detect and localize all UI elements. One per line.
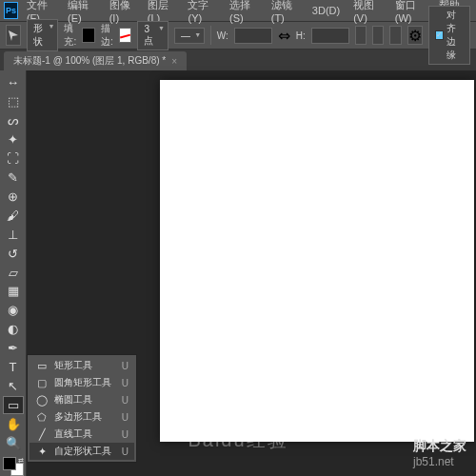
height-input[interactable] [311,28,349,44]
menubar: Ps 文件(F) 编辑(E) 图像(I) 图层(L) 文字(Y) 选择(S) 滤… [0,0,476,21]
marquee-tool[interactable]: ⬚ [3,93,24,110]
tool-mode-dropdown[interactable]: 形状 [27,19,58,51]
link-icon[interactable]: ⇔ [278,28,290,43]
path-arrange-icon[interactable] [389,26,401,45]
brush-tool[interactable]: 🖌 [3,207,24,224]
eraser-tool[interactable]: ▱ [3,264,24,281]
rectangle-icon: ▭ [35,359,49,372]
options-bar: 形状 填充: 描边: 3 点 — W: ⇔ H: ⚙ ✓ 对齐边缘 [0,21,476,50]
move-tool[interactable]: ↔ [3,74,24,91]
width-label: W: [217,30,228,41]
stamp-tool[interactable]: ⊥ [3,226,24,243]
gear-icon[interactable]: ⚙ [407,26,423,45]
close-icon[interactable]: × [171,56,177,67]
document-tabbar: 未标题-1 @ 100% (图层 1, RGB/8) * × [0,50,476,70]
flyout-polygon[interactable]: ⬠多边形工具 U [30,408,134,426]
document-tab[interactable]: 未标题-1 @ 100% (图层 1, RGB/8) * × [4,51,187,70]
canvas[interactable] [160,80,474,442]
ellipse-icon: ◯ [35,393,49,407]
path-align-icon[interactable] [372,26,384,45]
app-logo: Ps [4,2,18,19]
shape-tool-flyout: ▭矩形工具 U ▢圆角矩形工具 U ◯椭圆工具 U ⬠多边形工具 U ╱直线工具… [27,354,137,463]
menu-filter[interactable]: 滤镜(T) [267,0,304,26]
rounded-rectangle-icon: ▢ [35,376,49,389]
custom-shape-icon: ✦ [35,445,49,458]
fill-color-swatch[interactable] [82,28,94,43]
line-icon: ╱ [35,427,49,441]
heal-tool[interactable]: ⊕ [3,188,24,205]
menu-select[interactable]: 选择(S) [225,0,263,26]
stroke-style-dropdown[interactable]: — [174,28,205,44]
fill-label: 填充: [64,22,76,49]
tools-panel: ↔ ⬚ ᔕ ✦ ⛶ ✎ ⊕ 🖌 ⊥ ↺ ▱ ▦ ◉ ◐ ✒ T ↖ ▭ ✋ 🔍 … [0,70,27,476]
flyout-custom-shape[interactable]: ✦自定形状工具 U [30,443,134,460]
menu-type[interactable]: 文字(Y) [183,0,221,26]
type-tool[interactable]: T [3,359,24,376]
stroke-width-dropdown[interactable]: 3 点 [137,21,169,50]
width-input[interactable] [234,28,272,44]
align-edges-checkbox[interactable]: ✓ 对齐边缘 [428,6,470,65]
wand-tool[interactable]: ✦ [3,131,24,149]
tool-preset-icon[interactable] [6,25,21,46]
stroke-color-swatch[interactable] [119,28,131,43]
color-picker[interactable]: ⇄ [3,457,24,476]
shape-tool[interactable]: ▭ [3,396,24,413]
watermark-site: 脚本之家 jb51.net [413,438,466,468]
stroke-label: 描边: [101,22,113,49]
zoom-tool[interactable]: 🔍 [3,434,24,451]
crop-tool[interactable]: ⛶ [3,150,24,168]
dodge-tool[interactable]: ◐ [3,321,24,338]
pen-tool[interactable]: ✒ [3,340,24,357]
path-ops-icon[interactable] [355,26,367,45]
eyedropper-tool[interactable]: ✎ [3,169,24,187]
polygon-icon: ⬠ [35,410,49,424]
flyout-line[interactable]: ╱直线工具 U [30,426,134,443]
gradient-tool[interactable]: ▦ [3,283,24,300]
path-select-tool[interactable]: ↖ [3,378,24,395]
flyout-rectangle[interactable]: ▭矩形工具 U [30,357,134,374]
check-icon: ✓ [435,30,444,40]
divider [210,26,211,45]
foreground-color-swatch[interactable] [3,457,16,470]
height-label: H: [296,30,306,41]
menu-view[interactable]: 视图(V) [348,0,387,26]
lasso-tool[interactable]: ᔕ [3,112,24,129]
flyout-ellipse[interactable]: ◯椭圆工具 U [30,391,134,408]
align-edges-label: 对齐边缘 [446,9,464,62]
flyout-rounded-rectangle[interactable]: ▢圆角矩形工具 U [30,374,134,391]
watermark-baidu: Baidu经验 [188,427,288,453]
blur-tool[interactable]: ◉ [3,302,24,319]
hand-tool[interactable]: ✋ [3,416,24,433]
history-brush-tool[interactable]: ↺ [3,245,24,262]
document-tab-title: 未标题-1 @ 100% (图层 1, RGB/8) * [13,54,166,68]
swap-colors-icon[interactable]: ⇄ [18,457,24,465]
menu-3d[interactable]: 3D(D) [307,3,345,18]
menu-window[interactable]: 窗口(W) [390,0,430,26]
